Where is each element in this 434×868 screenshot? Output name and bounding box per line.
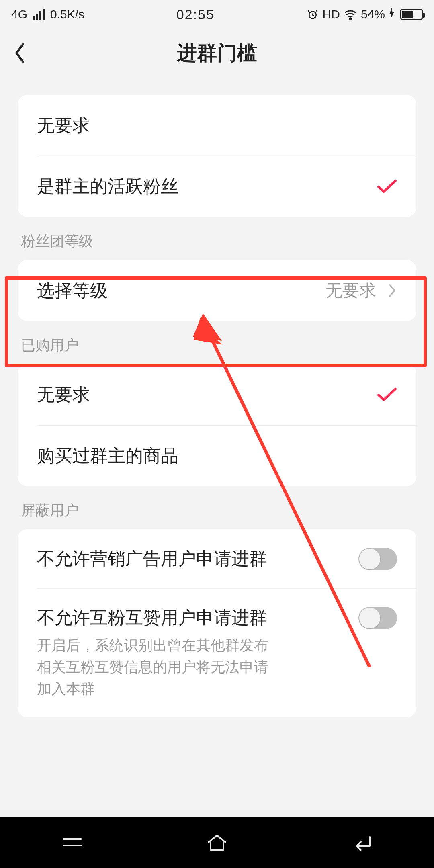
fan-level-card: 选择等级 无要求 <box>18 260 416 321</box>
option-label: 购买过群主的商品 <box>37 444 178 468</box>
section-label-fanlevel: 粉丝团等级 <box>0 217 434 260</box>
option-label: 无要求 <box>37 114 90 137</box>
signal-icon <box>33 9 45 20</box>
chevron-right-icon <box>387 283 397 299</box>
status-left: 4G 0.5K/s <box>11 8 84 21</box>
purchased-no-requirement[interactable]: 无要求 <box>18 364 416 425</box>
nav-back-button[interactable] <box>346 830 378 854</box>
option-no-requirement[interactable]: 无要求 <box>18 95 416 156</box>
header: 进群门槛 <box>0 29 434 77</box>
status-right: HD 54% <box>307 8 423 22</box>
nav-home-button[interactable] <box>201 830 233 854</box>
block-ads-label: 不允许营销广告用户申请进群 <box>37 547 267 571</box>
purchased-card: 无要求 购买过群主的商品 <box>18 364 416 486</box>
svg-point-1 <box>350 18 351 20</box>
select-level-value: 无要求 <box>326 279 376 302</box>
back-button[interactable] <box>13 29 27 77</box>
hd-indicator: HD <box>323 8 340 21</box>
block-ads-toggle[interactable] <box>358 548 397 570</box>
option-label: 是群主的活跃粉丝 <box>37 175 178 199</box>
option-active-fan[interactable]: 是群主的活跃粉丝 <box>18 156 416 217</box>
block-mutual-description: 开启后，系统识别出曾在其他群发布相关互粉互赞信息的用户将无法申请加入本群 <box>18 635 291 717</box>
status-time: 02:55 <box>176 7 215 23</box>
select-level-label: 选择等级 <box>37 279 108 303</box>
page-title: 进群门槛 <box>177 40 257 67</box>
check-icon <box>377 179 397 194</box>
section-label-blocked: 屏蔽用户 <box>0 486 434 529</box>
block-mutual-label: 不允许互粉互赞用户申请进群 <box>37 606 267 630</box>
block-ads-row[interactable]: 不允许营销广告用户申请进群 <box>18 529 416 588</box>
block-mutual-toggle[interactable] <box>358 607 397 629</box>
network-type: 4G <box>11 8 27 21</box>
wifi-icon <box>344 8 357 20</box>
charging-icon <box>389 8 395 22</box>
system-navbar <box>0 817 434 868</box>
nav-recent-button[interactable] <box>56 830 88 854</box>
check-icon <box>377 387 397 402</box>
network-speed: 0.5K/s <box>50 8 84 21</box>
battery-percent: 54% <box>361 8 385 21</box>
purchased-bought-item[interactable]: 购买过群主的商品 <box>18 425 416 486</box>
blocked-card: 不允许营销广告用户申请进群 不允许互粉互赞用户申请进群 开启后，系统识别出曾在其… <box>18 529 416 717</box>
battery-icon <box>400 9 423 20</box>
option-label: 无要求 <box>37 383 90 407</box>
basic-requirement-card: 无要求 是群主的活跃粉丝 <box>18 95 416 217</box>
block-mutual-row[interactable]: 不允许互粉互赞用户申请进群 <box>18 588 416 635</box>
section-label-purchased: 已购用户 <box>0 321 434 364</box>
select-level-row[interactable]: 选择等级 无要求 <box>18 260 416 321</box>
status-bar: 4G 0.5K/s 02:55 HD 54% <box>0 0 434 29</box>
alarm-icon <box>307 8 319 20</box>
